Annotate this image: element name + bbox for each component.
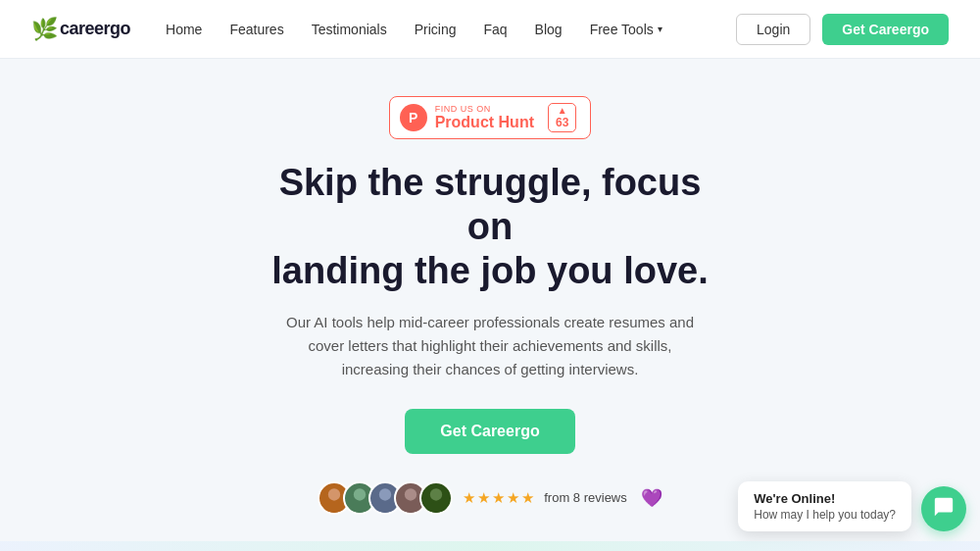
get-careergo-cta-button[interactable]: Get Careergo	[405, 409, 574, 454]
reviews-count-text: from 8 reviews	[544, 490, 627, 505]
navbar: 🌿 careergo Home Features Testimonials Pr…	[0, 0, 980, 59]
nav-blog[interactable]: Blog	[535, 22, 563, 37]
svg-point-6	[405, 488, 416, 500]
svg-point-9	[426, 502, 447, 515]
svg-point-5	[375, 502, 396, 515]
hero-section: P FIND US ON Product Hunt ▲ 63 Skip the …	[0, 59, 980, 515]
chat-bubble-title: We're Online!	[754, 491, 896, 506]
star-1: ★	[463, 489, 475, 507]
upvote-arrow-icon: ▲	[558, 106, 567, 116]
star-2: ★	[477, 489, 490, 507]
free-tools-label: Free Tools	[590, 22, 654, 37]
headline-line1: Skip the struggle, focus on	[279, 162, 702, 247]
chat-icon	[933, 496, 955, 523]
svg-point-0	[328, 488, 340, 500]
nav-faq[interactable]: Faq	[483, 22, 507, 37]
chat-bubble: We're Online! How may I help you today?	[738, 481, 911, 531]
star-3: ★	[492, 489, 505, 507]
chat-widget: We're Online! How may I help you today?	[738, 481, 966, 531]
nav-actions: Login Get Careergo	[736, 14, 949, 45]
nav-home[interactable]: Home	[166, 22, 202, 37]
product-hunt-badge[interactable]: P FIND US ON Product Hunt ▲ 63	[389, 96, 592, 139]
reviewer-avatars	[318, 481, 453, 515]
login-button[interactable]: Login	[736, 14, 810, 45]
product-hunt-icon: P	[400, 104, 427, 131]
svg-point-7	[401, 502, 421, 515]
avatar-5	[419, 481, 453, 515]
chat-bubble-subtitle: How may I help you today?	[754, 508, 896, 522]
nav-free-tools[interactable]: Free Tools ▾	[590, 22, 662, 37]
bottom-bar	[0, 541, 980, 551]
nav-testimonials[interactable]: Testimonials	[312, 22, 387, 37]
product-hunt-find-us-label: FIND US ON	[435, 104, 491, 114]
svg-point-1	[324, 502, 345, 515]
svg-point-3	[350, 502, 370, 515]
nav-links: Home Features Testimonials Pricing Faq B…	[166, 22, 736, 37]
svg-point-4	[379, 488, 391, 500]
star-4: ★	[507, 489, 519, 507]
hero-headline: Skip the struggle, focus on landing the …	[255, 161, 725, 292]
chevron-down-icon: ▾	[658, 24, 662, 34]
svg-point-2	[354, 488, 366, 500]
product-hunt-text-group: FIND US ON Product Hunt	[435, 104, 534, 131]
svg-point-8	[430, 488, 442, 500]
product-hunt-vote-count: 63	[556, 116, 568, 129]
hero-subheadline: Our AI tools help mid-career professiona…	[274, 311, 706, 381]
star-5-half: ★	[521, 489, 534, 507]
heart-icon: 💜	[641, 487, 662, 509]
nav-features[interactable]: Features	[229, 22, 283, 37]
headline-line2: landing the job you love.	[271, 250, 708, 291]
logo-leaf-icon: 🌿	[31, 17, 58, 42]
get-careergo-nav-button[interactable]: Get Careergo	[822, 14, 949, 45]
product-hunt-vote: ▲ 63	[548, 103, 576, 132]
nav-pricing[interactable]: Pricing	[415, 22, 457, 37]
reviews-row: ★ ★ ★ ★ ★ from 8 reviews 💜	[318, 481, 662, 515]
product-hunt-name: Product Hunt	[435, 114, 534, 131]
logo[interactable]: 🌿 careergo	[31, 17, 130, 42]
chat-open-button[interactable]	[921, 486, 966, 531]
star-rating: ★ ★ ★ ★ ★	[463, 489, 534, 507]
logo-text: careergo	[60, 19, 130, 39]
